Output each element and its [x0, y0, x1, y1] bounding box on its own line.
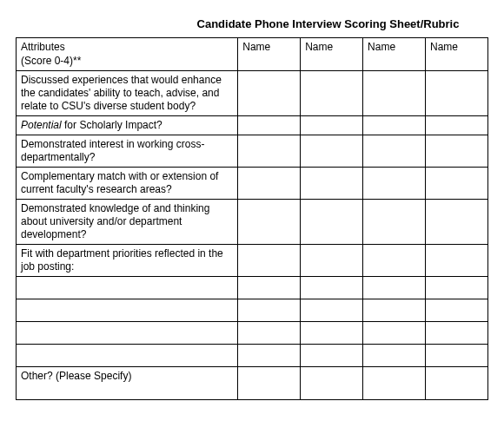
- score-cell: [426, 200, 488, 245]
- score-cell: [426, 322, 488, 345]
- table-row: Fit with department priorities reflected…: [17, 245, 488, 277]
- table-row: [17, 322, 488, 345]
- attribute-text: for Scholarly Impact?: [62, 119, 162, 131]
- score-cell: [301, 245, 363, 277]
- score-cell: [301, 322, 363, 345]
- table-row: Demonstrated knowledge of and thinking a…: [17, 200, 488, 245]
- table-row: Complementary match with or extension of…: [17, 168, 488, 200]
- header-attributes: Attributes (Score 0-4)**: [17, 38, 238, 71]
- score-cell: [426, 168, 488, 200]
- score-cell: [363, 299, 426, 322]
- page-title: Candidate Phone Interview Scoring Sheet/…: [168, 17, 488, 30]
- score-cell: [301, 367, 363, 400]
- attribute-cell: [17, 277, 238, 299]
- score-cell: [426, 245, 488, 277]
- header-name-2: Name: [301, 38, 363, 71]
- score-cell: [426, 367, 488, 400]
- score-cell: [301, 299, 363, 322]
- score-cell: [238, 245, 301, 277]
- score-cell: [238, 200, 301, 245]
- table-row: Other? (Please Specify): [17, 367, 488, 400]
- table-row: [17, 345, 488, 367]
- score-cell: [363, 322, 426, 345]
- attribute-cell: Complementary match with or extension of…: [17, 168, 238, 200]
- score-cell: [301, 200, 363, 245]
- header-name-3: Name: [363, 38, 426, 71]
- attribute-cell: [17, 345, 238, 367]
- score-cell: [238, 345, 301, 367]
- score-cell: [238, 71, 301, 116]
- score-cell: [426, 277, 488, 299]
- score-cell: [301, 345, 363, 367]
- table-row: Demonstrated interest in working cross-d…: [17, 135, 488, 168]
- score-cell: [426, 116, 488, 135]
- score-cell: [426, 299, 488, 322]
- attribute-cell: Other? (Please Specify): [17, 367, 238, 400]
- score-cell: [301, 116, 363, 135]
- table-row: [17, 277, 488, 299]
- scoring-table: Attributes (Score 0-4)** Name Name Name …: [16, 37, 488, 400]
- score-cell: [238, 322, 301, 345]
- attribute-cell: Potential for Scholarly Impact?: [17, 116, 238, 135]
- score-cell: [301, 71, 363, 116]
- table-row: Discussed experiences that would enhance…: [17, 71, 488, 116]
- italic-text: Potential: [21, 119, 62, 131]
- score-cell: [238, 277, 301, 299]
- score-cell: [363, 367, 426, 400]
- score-cell: [238, 116, 301, 135]
- table-row: Potential for Scholarly Impact?: [17, 116, 488, 135]
- header-attributes-l2: (Score 0-4)**: [21, 55, 81, 67]
- attribute-cell: [17, 322, 238, 345]
- attribute-cell: Discussed experiences that would enhance…: [17, 71, 238, 116]
- score-cell: [301, 135, 363, 168]
- score-cell: [426, 345, 488, 367]
- score-cell: [301, 168, 363, 200]
- table-row: [17, 299, 488, 322]
- score-cell: [301, 277, 363, 299]
- score-cell: [426, 71, 488, 116]
- header-name-1: Name: [238, 38, 301, 71]
- score-cell: [363, 345, 426, 367]
- score-cell: [363, 71, 426, 116]
- attribute-cell: [17, 299, 238, 322]
- attribute-cell: Demonstrated knowledge of and thinking a…: [17, 200, 238, 245]
- score-cell: [238, 135, 301, 168]
- score-cell: [426, 135, 488, 168]
- score-cell: [363, 200, 426, 245]
- score-cell: [363, 168, 426, 200]
- table-header-row: Attributes (Score 0-4)** Name Name Name …: [17, 38, 488, 71]
- score-cell: [363, 245, 426, 277]
- header-attributes-l1: Attributes: [21, 41, 65, 53]
- header-name-4: Name: [426, 38, 488, 71]
- score-cell: [363, 277, 426, 299]
- attribute-cell: Demonstrated interest in working cross-d…: [17, 135, 238, 168]
- score-cell: [238, 168, 301, 200]
- score-cell: [363, 135, 426, 168]
- score-cell: [363, 116, 426, 135]
- score-cell: [238, 299, 301, 322]
- attribute-cell: Fit with department priorities reflected…: [17, 245, 238, 277]
- score-cell: [238, 367, 301, 400]
